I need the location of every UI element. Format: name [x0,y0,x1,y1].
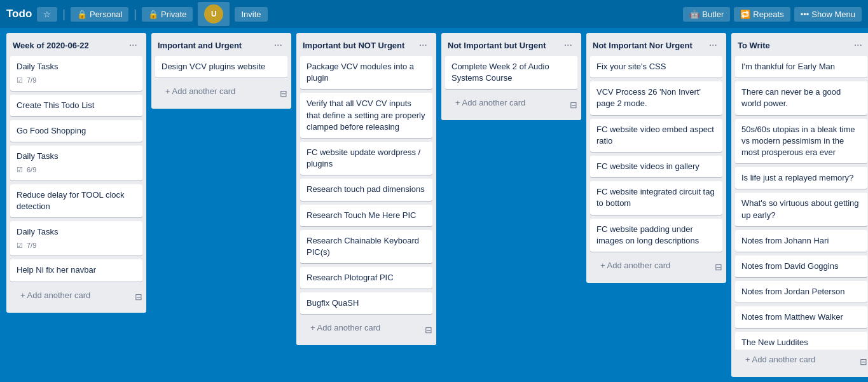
card-c8[interactable]: Design VCV plugins website✏ [155,56,287,78]
card-c1[interactable]: Daily Tasks☑7/9✏ [10,56,142,91]
header: Todo ☆ | 🔒 Personal | 🔒 Private U Invite… [0,0,868,28]
card-c16[interactable]: Bugfix QuaSH✏ [300,292,432,314]
card-c18[interactable]: Fix your site's CSS✏ [590,56,722,78]
card-c14[interactable]: Research Chainable Keyboard PIC(s)✏ [300,230,432,263]
card-meta-c4: ☑6/9 [17,165,136,175]
card-c28[interactable]: What's so virtuous about getting up earl… [735,193,867,226]
card-c17[interactable]: Complete Week 2 of Audio Systems Course✏ [445,56,577,89]
column-header-week: Week of 2020-06-22··· [6,33,146,56]
divider-1: | [62,8,65,21]
add-card-button-to-write[interactable]: + Add another card [739,351,822,369]
card-c29[interactable]: Notes from Johann Hari✏ [735,230,867,252]
show-menu-button[interactable]: ••• Show Menu [794,7,862,22]
card-text-c29: Notes from Johann Hari [741,236,829,245]
header-right: 🤖 Butler 🔁 Repeats ••• Show Menu [683,7,862,22]
card-text-c18: Fix your site's CSS [596,62,666,71]
card-c13[interactable]: Research Touch Me Here PIC✏ [300,205,432,226]
add-card-button-not-important-not-urgent[interactable]: + Add another card [594,257,677,275]
card-meta-text-c4: 6/9 [27,165,36,175]
card-meta-c6: ☑7/9 [17,241,136,250]
card-c23[interactable]: FC website padding under images on long … [590,219,722,252]
card-c24[interactable]: I'm thankful for Early Man✏ [735,56,867,78]
column-header-important-urgent: Important and Urgent··· [151,33,291,56]
column-header-not-important-not-urgent: Not Important Nor Urgent··· [586,33,726,56]
card-text-c19: VCV Process 26 'Non Invert' page 2 mode. [596,87,701,108]
column-menu-important-urgent[interactable]: ··· [272,38,285,52]
column-menu-week[interactable]: ··· [127,38,140,52]
card-text-c6: Daily Tasks [17,227,59,236]
card-c10[interactable]: Verify that all VCV CV inputs that defin… [300,93,432,138]
card-c26[interactable]: 50s/60s utopias in a bleak time vs moder… [735,119,867,164]
card-c4[interactable]: Daily Tasks☑6/9✏ [10,146,142,181]
board: Week of 2020-06-22···Daily Tasks☑7/9✏Cre… [0,28,868,382]
card-c31[interactable]: Notes from Jordan Peterson✏ [735,281,867,303]
column-week: Week of 2020-06-22···Daily Tasks☑7/9✏Cre… [6,33,146,313]
card-text-c11: FC website update wordpress / plugins [307,147,420,168]
card-c12[interactable]: Research touch pad dimensions✏ [300,179,432,200]
column-important-not-urgent: Important but NOT Urgent···Package VCV m… [296,33,436,345]
column-cards-important-urgent: Design VCV plugins website✏ [151,56,291,81]
card-text-c28: What's so virtuous about getting up earl… [741,198,859,219]
archive-button-week[interactable]: ⊟ [135,292,142,302]
checklist-icon-c1: ☑ [17,76,23,85]
column-to-write: To Write···I'm thankful for Early Man✏Th… [731,33,868,377]
add-card-row-important-not-urgent: + Add another card⊟ [296,318,436,345]
column-menu-to-write[interactable]: ··· [851,38,865,52]
lock-icon: 🔒 [77,10,87,19]
card-text-c26: 50s/60s utopias in a bleak time vs moder… [741,125,855,157]
repeats-button[interactable]: 🔁 Repeats [734,7,790,22]
private-button[interactable]: 🔒 Private [142,7,193,22]
card-c32[interactable]: Notes from Matthew Walker✏ [735,306,867,328]
card-c15[interactable]: Research Plotograf PIC✏ [300,267,432,289]
card-text-c2: Create This Todo List [17,100,94,110]
checklist-icon-c6: ☑ [17,241,23,250]
column-header-important-not-urgent: Important but NOT Urgent··· [296,33,436,56]
archive-button-important-urgent[interactable]: ⊟ [280,88,287,99]
card-c33[interactable]: The New Luddites✏ [735,332,867,350]
butler-button[interactable]: 🤖 Butler [683,7,730,22]
add-card-button-week[interactable]: + Add another card [14,287,97,305]
star-button[interactable]: ☆ [37,7,57,22]
card-text-c22: FC website integrated circuit tag to bot… [596,187,715,208]
column-menu-not-important-urgent[interactable]: ··· [561,38,575,52]
card-c30[interactable]: Notes from David Goggins✏ [735,256,867,277]
card-c5[interactable]: Reduce delay for TOOL clock detection✏ [10,184,142,217]
card-c7[interactable]: Help Ni fix her navbar✏ [10,259,142,281]
card-c21[interactable]: FC website videos in gallery✏ [590,156,722,177]
card-c27[interactable]: Is life just a replayed memory?✏ [735,167,867,189]
divider-2: | [134,8,137,21]
add-card-row-not-important-urgent: + Add another card⊟ [441,93,581,120]
card-c20[interactable]: FC website video embed aspect ratio✏ [590,119,722,152]
column-cards-not-important-not-urgent: Fix your site's CSS✏VCV Process 26 'Non … [586,56,726,256]
personal-button[interactable]: 🔒 Personal [71,7,128,22]
archive-button-important-not-urgent[interactable]: ⊟ [425,325,432,335]
column-header-to-write: To Write··· [731,33,868,56]
archive-button-not-important-not-urgent[interactable]: ⊟ [715,262,722,272]
repeats-icon: 🔁 [740,10,750,19]
archive-button-to-write[interactable]: ⊟ [860,357,867,367]
add-card-button-important-not-urgent[interactable]: + Add another card [304,319,387,338]
card-text-c5: Reduce delay for TOOL clock detection [17,190,125,211]
column-menu-not-important-not-urgent[interactable]: ··· [706,38,720,52]
card-c11[interactable]: FC website update wordpress / plugins✏ [300,142,432,175]
card-c19[interactable]: VCV Process 26 'Non Invert' page 2 mode.… [590,81,722,114]
card-text-c27: Is life just a replayed memory? [741,173,853,182]
invite-button[interactable]: Invite [235,7,267,22]
card-text-c16: Bugfix QuaSH [307,298,359,308]
column-menu-important-not-urgent[interactable]: ··· [417,38,430,52]
card-c25[interactable]: There can never be a good world power.✏ [735,81,867,114]
avatar-button[interactable]: U [198,2,230,26]
card-text-c17: Complete Week 2 of Audio Systems Course [451,62,549,83]
card-c22[interactable]: FC website integrated circuit tag to bot… [590,181,722,214]
card-c9[interactable]: Package VCV modules into a plugin✏ [300,56,432,89]
archive-button-not-important-urgent[interactable]: ⊟ [570,100,577,110]
card-text-c7: Help Ni fix her navbar [17,265,96,275]
card-c2[interactable]: Create This Todo List✏ [10,95,142,116]
card-c6[interactable]: Daily Tasks☑7/9✏ [10,221,142,256]
checklist-icon-c4: ☑ [17,165,23,175]
add-card-button-not-important-urgent[interactable]: + Add another card [449,94,532,113]
card-meta-text-c1: 7/9 [27,76,36,85]
card-c3[interactable]: Go Food Shopping✏ [10,120,142,142]
add-card-button-important-urgent[interactable]: + Add another card [159,83,242,101]
card-text-c30: Notes from David Goggins [741,261,838,271]
